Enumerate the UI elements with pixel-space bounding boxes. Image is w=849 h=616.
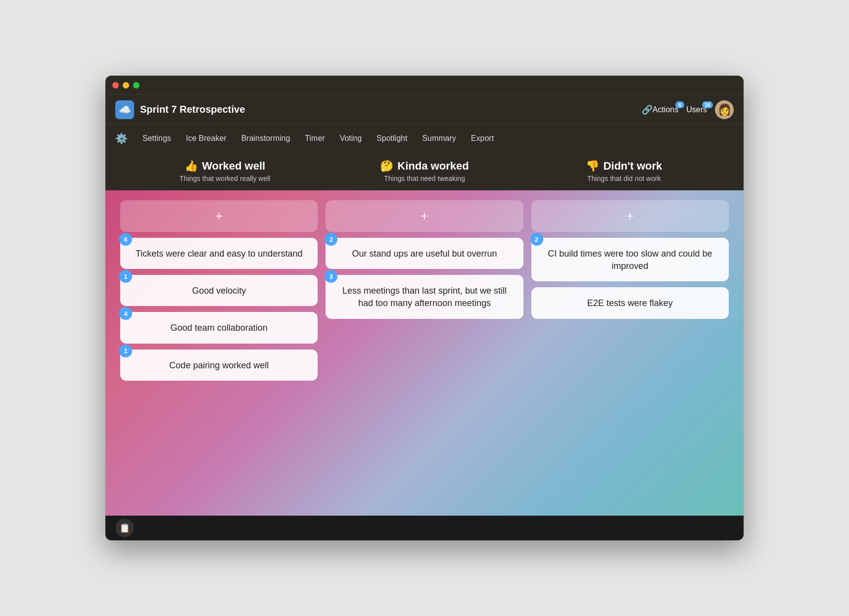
app-window: ☁️ Sprint 7 Retrospective 🔗 Actions 6 Us… bbox=[105, 76, 744, 540]
actions-button[interactable]: Actions 6 bbox=[653, 105, 678, 114]
add-card-worked-well[interactable]: + bbox=[120, 200, 318, 232]
col-header-didnt-work: 👎 Didn't work Things that did not work bbox=[524, 160, 724, 182]
col-title-kinda-worked: 🤔 Kinda worked bbox=[325, 160, 524, 173]
column-didnt-work: + 2 CI build times were too slow and cou… bbox=[531, 200, 729, 381]
thumbs-down-emoji: 👎 bbox=[586, 160, 599, 173]
card-ci-build[interactable]: 2 CI build times were too slow and could… bbox=[531, 238, 729, 281]
col-title-didnt-work: 👎 Didn't work bbox=[524, 160, 724, 173]
card-code-pairing[interactable]: 1 Code pairing worked well bbox=[120, 350, 318, 381]
column-kinda-worked: + 2 Our stand ups are useful but overrun… bbox=[326, 200, 523, 381]
nav-timer[interactable]: Timer bbox=[305, 131, 325, 146]
maximize-button[interactable] bbox=[133, 82, 140, 88]
vote-badge-c7: 2 bbox=[530, 233, 543, 246]
nav-export[interactable]: Export bbox=[471, 131, 494, 146]
settings-icon[interactable]: ⚙️ bbox=[115, 130, 128, 147]
card-text-c3: Good team collaboration bbox=[129, 322, 309, 334]
card-team-collaboration[interactable]: 4 Good team collaboration bbox=[120, 312, 318, 343]
nav-settings[interactable]: Settings bbox=[142, 131, 171, 146]
actions-badge: 6 bbox=[675, 101, 684, 108]
nav-spotlight[interactable]: Spotlight bbox=[377, 131, 407, 146]
clipboard-icon: 📋 bbox=[119, 523, 130, 533]
columns-container: + 6 Tickets were clear and easy to under… bbox=[120, 200, 729, 381]
titlebar bbox=[105, 76, 744, 94]
card-text-c7: CI build times were too slow and could b… bbox=[540, 248, 720, 272]
col-title-worked-well: 👍 Worked well bbox=[125, 160, 325, 173]
vote-badge-c1: 6 bbox=[119, 233, 132, 246]
bottom-icon-button[interactable]: 📋 bbox=[115, 519, 134, 537]
col-subtitle-didnt-work: Things that did not work bbox=[524, 175, 724, 182]
col-subtitle-kinda-worked: Things that need tweaking bbox=[325, 175, 524, 182]
logo-icon: ☁️ bbox=[119, 104, 131, 116]
card-text-c4: Code pairing worked well bbox=[129, 359, 309, 372]
nav-brainstorming[interactable]: Brainstorming bbox=[241, 131, 290, 146]
card-tickets-clear[interactable]: 6 Tickets were clear and easy to underst… bbox=[120, 238, 318, 269]
nav-voting[interactable]: Voting bbox=[340, 131, 362, 146]
board-area: + 6 Tickets were clear and easy to under… bbox=[105, 190, 744, 516]
add-card-kinda-worked[interactable]: + bbox=[326, 200, 523, 232]
col-header-worked-well: 👍 Worked well Things that worked really … bbox=[125, 160, 325, 182]
thinking-emoji: 🤔 bbox=[380, 160, 393, 173]
card-text-c8: E2E tests were flakey bbox=[540, 297, 720, 309]
card-text-c1: Tickets were clear and easy to understan… bbox=[129, 248, 309, 260]
bottom-toolbar: 📋 bbox=[105, 516, 744, 540]
header-actions: Actions 6 Users 16 👩 bbox=[653, 100, 734, 119]
close-button[interactable] bbox=[112, 82, 119, 88]
avatar[interactable]: 👩 bbox=[715, 100, 734, 119]
card-stand-ups[interactable]: 2 Our stand ups are useful but overrun bbox=[326, 238, 523, 269]
col-header-kinda-worked: 🤔 Kinda worked Things that need tweaking bbox=[325, 160, 524, 182]
col-subtitle-worked-well: Things that worked really well bbox=[125, 175, 325, 182]
users-button[interactable]: Users 16 bbox=[686, 105, 707, 114]
app-header: ☁️ Sprint 7 Retrospective 🔗 Actions 6 Us… bbox=[105, 94, 744, 124]
card-text-c2: Good velocity bbox=[129, 285, 309, 297]
column-worked-well: + 6 Tickets were clear and easy to under… bbox=[120, 200, 318, 381]
vote-badge-c5: 2 bbox=[325, 233, 337, 246]
thumbs-up-emoji: 👍 bbox=[185, 160, 198, 173]
link-icon[interactable]: 🔗 bbox=[642, 104, 653, 115]
card-text-c5: Our stand ups are useful but overrun bbox=[334, 248, 514, 260]
card-less-meetings[interactable]: 3 Less meetings than last sprint, but we… bbox=[326, 275, 523, 318]
card-text-c6: Less meetings than last sprint, but we s… bbox=[334, 285, 514, 309]
vote-badge-c4: 1 bbox=[119, 345, 132, 357]
nav-summary[interactable]: Summary bbox=[422, 131, 456, 146]
add-card-didnt-work[interactable]: + bbox=[531, 200, 729, 232]
minimize-button[interactable] bbox=[123, 82, 129, 88]
app-title: Sprint 7 Retrospective bbox=[140, 104, 637, 115]
vote-badge-c2: 1 bbox=[119, 270, 132, 283]
card-e2e-tests[interactable]: 0 E2E tests were flakey bbox=[531, 287, 729, 318]
vote-badge-c3: 4 bbox=[119, 307, 132, 320]
column-headers: 👍 Worked well Things that worked really … bbox=[105, 152, 744, 190]
app-logo: ☁️ bbox=[115, 100, 134, 119]
navbar: ⚙️ Settings Ice Breaker Brainstorming Ti… bbox=[105, 124, 744, 152]
nav-ice-breaker[interactable]: Ice Breaker bbox=[186, 131, 227, 146]
card-good-velocity[interactable]: 1 Good velocity bbox=[120, 275, 318, 306]
users-badge: 16 bbox=[702, 101, 713, 108]
vote-badge-c6: 3 bbox=[325, 270, 337, 283]
